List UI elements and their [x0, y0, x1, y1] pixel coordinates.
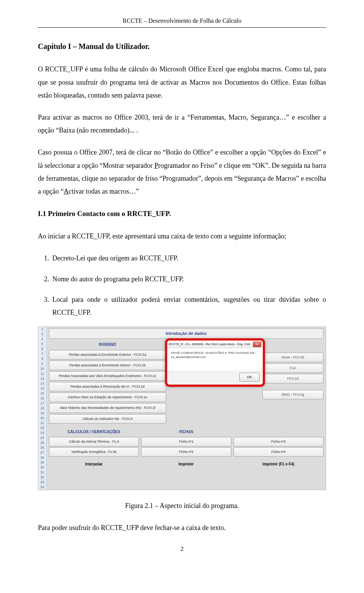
excel-button[interactable]: Ganhos Úteis na Estação de Aquecimento -…	[49, 393, 166, 402]
row-number: 13	[38, 381, 46, 386]
row-number: 15	[38, 391, 46, 396]
row-number: 21	[38, 421, 46, 426]
excel-button[interactable]: Ficha nº3	[234, 437, 323, 446]
row-number: 25	[38, 440, 46, 445]
excel-window: 2345678910111213141516171819202122232425…	[38, 326, 326, 490]
paragraph-5: Para poder usufruir do RCCTE_UFP deve fe…	[38, 521, 326, 534]
row-number: 29	[38, 460, 46, 465]
section-head-blank	[234, 427, 323, 436]
print-label[interactable]: Imprimir (F1 e F4)	[234, 460, 323, 468]
dialog-titlebar: RCCTE_R - D.L. 80/2006 - Rui Vitor Lopes…	[167, 341, 263, 348]
dialog-line2: rui_alves83@hotmail.com	[171, 355, 259, 359]
paragraph-2: Para activar as macros no Office 2003, t…	[38, 111, 326, 137]
ok-button[interactable]: OK	[239, 373, 260, 382]
p3-u1: P	[154, 162, 158, 169]
excel-button[interactable]: riores - FCV.1b	[262, 353, 323, 362]
row-number: 4	[38, 337, 46, 342]
excel-button[interactable]: Valor Máximo das Necessidades de Aquecim…	[49, 403, 166, 413]
excel-button[interactable]: Perdas Associadas aos Vãos Envidraçados …	[49, 371, 166, 381]
li3-text: Local para onde o utilizador poderá envi…	[52, 296, 326, 316]
row-number: 24	[38, 435, 46, 440]
li2-text: Nome do autor do programa pelo RCCTE_UFP…	[52, 275, 184, 283]
row-number: 10	[38, 366, 46, 371]
paragraph-1: O RCCTE_UFP é uma folha de cálculo do Mi…	[38, 63, 326, 102]
excel-button[interactable]: Cálculo da Inércia Térmica - Fc.It	[49, 437, 139, 446]
row-number: 14	[38, 386, 46, 391]
row-number: 26	[38, 445, 46, 450]
row-number: 3	[38, 332, 46, 337]
row-number: 34	[38, 485, 46, 490]
row-number: 19	[38, 411, 46, 416]
row-number: 12	[38, 376, 46, 381]
row-number: 32	[38, 475, 46, 480]
excel-row-numbers: 2345678910111213141516171819202122232425…	[38, 327, 47, 490]
col-head-empty	[262, 340, 323, 349]
page-number: 2	[38, 543, 326, 555]
row-number: 27	[38, 450, 46, 455]
excel-button[interactable]: Perdas associadas à Envolvente Interior …	[49, 361, 166, 370]
list-item: 2.Nome do autor do programa pelo RCCTE_U…	[38, 273, 326, 285]
p3-u2: A	[64, 188, 69, 195]
dialog-body: ENVIE COMENTÁRIOS, SUGESTÕES E TIRE DUVI…	[167, 348, 263, 371]
list-item: 3.Local para onde o utilizador poderá en…	[38, 293, 326, 319]
section-title: I.1 Primeiro Contacto com o RRCTE_UFP.	[38, 207, 326, 221]
row-number: 23	[38, 431, 46, 435]
section-head-calc: CÁLCULOS / VERIFICAÇÕES	[49, 427, 139, 436]
row-number: 8	[38, 356, 46, 361]
row-number: 20	[38, 416, 46, 421]
col-head-inverno: INVERNO	[49, 340, 166, 349]
page-header: RCCTE – Desenvolvimento de Folha de Cálc…	[38, 15, 326, 28]
chapter-title: Capítulo I – Manual do Utilizador.	[38, 39, 326, 54]
print-label[interactable]: Imprimir	[141, 460, 231, 468]
list-item: 1.Decreto-Lei que deu origem ao RCCTE_UF…	[38, 252, 326, 265]
row-number: 5	[38, 342, 46, 347]
excel-button[interactable]: Perdas associadas à Envolvente Exterior …	[49, 350, 166, 360]
p3-c: ctivar todas as macros…”	[69, 188, 139, 195]
row-number: 6	[38, 347, 46, 352]
figure-caption: Figura 2.1 – Aspecto inicial do programa…	[38, 499, 326, 512]
paragraph-3: Caso possua o Office 2007, terá de clica…	[38, 146, 326, 198]
li1-text: Decreto-Lei que deu origem ao RCCTE_UFP.	[52, 254, 178, 262]
dialog-highlight: RCCTE_R - D.L. 80/2006 - Rui Vitor Lopes…	[165, 338, 265, 387]
paragraph-4: Ao iniciar a RCCTE_UFP, este apresentará…	[38, 230, 326, 243]
excel-button[interactable]: FCV.1d	[262, 374, 323, 383]
section-head-fichas: FICHAS	[141, 427, 231, 436]
excel-button[interactable]: Ficha nº1	[141, 437, 231, 446]
excel-button[interactable]: Ficha nº4	[234, 447, 323, 457]
row-number: 2	[38, 327, 46, 332]
excel-button[interactable]: Cálculo do Indicador Nic - FCIV.2	[49, 414, 166, 424]
excel-button[interactable]: Perdas associadas à Renovação de Ar - FC…	[49, 382, 166, 391]
row-number: 30	[38, 465, 46, 470]
print-label[interactable]: Interpolar	[49, 460, 139, 468]
row-number: 7	[38, 352, 46, 356]
close-icon[interactable]: ×	[253, 342, 261, 347]
row-number: 28	[38, 455, 46, 460]
excel-content: Introdução de dados INVERNO Perdas assoc…	[47, 327, 326, 490]
row-number: 22	[38, 426, 46, 431]
excel-button[interactable]: V.1c	[262, 363, 323, 373]
intro-title-bar: Introdução de dados	[49, 328, 323, 339]
excel-button[interactable]: Verificação Energética - Fc.Nt	[49, 447, 139, 457]
dialog-line1: ENVIE COMENTÁRIOS, SUGESTÕES E TIRE DUVI…	[171, 351, 259, 355]
dialog-footer: OK	[167, 371, 263, 385]
row-number: 18	[38, 406, 46, 411]
row-number: 31	[38, 470, 46, 475]
row-number: 16	[38, 396, 46, 401]
excel-button[interactable]: (Nvc) - FCV.1g	[262, 390, 323, 399]
row-number: 9	[38, 361, 46, 366]
row-number: 17	[38, 401, 46, 406]
dialog-title-text: RCCTE_R - D.L. 80/2006 - Rui Vitor Lopes…	[169, 341, 251, 347]
numbered-list: 1.Decreto-Lei que deu origem ao RCCTE_UF…	[38, 252, 326, 319]
excel-button[interactable]: Ficha nº2	[141, 447, 231, 457]
figure-screenshot: 2345678910111213141516171819202122232425…	[38, 326, 326, 490]
row-number: 33	[38, 480, 46, 485]
row-number: 11	[38, 371, 46, 376]
